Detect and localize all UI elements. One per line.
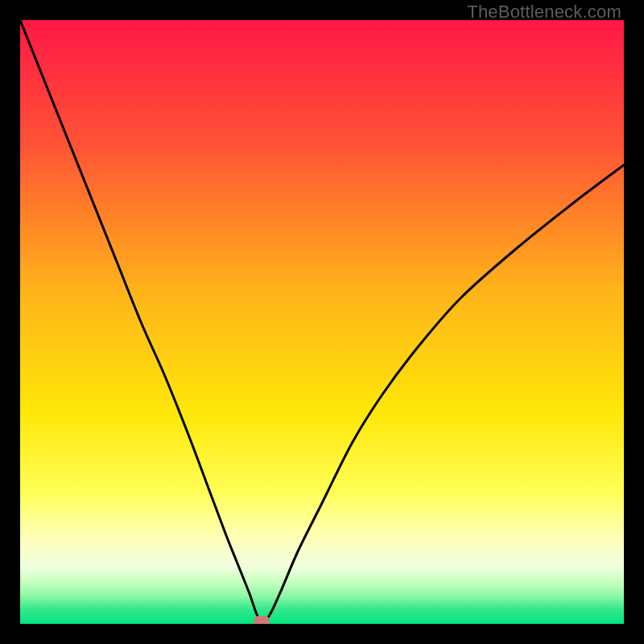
- curve-layer: [20, 20, 624, 624]
- bottleneck-curve: [20, 20, 624, 621]
- minimum-marker: [254, 616, 270, 624]
- plot-area: [20, 20, 624, 624]
- chart-frame: TheBottleneck.com: [0, 0, 644, 644]
- watermark-text: TheBottleneck.com: [467, 2, 621, 23]
